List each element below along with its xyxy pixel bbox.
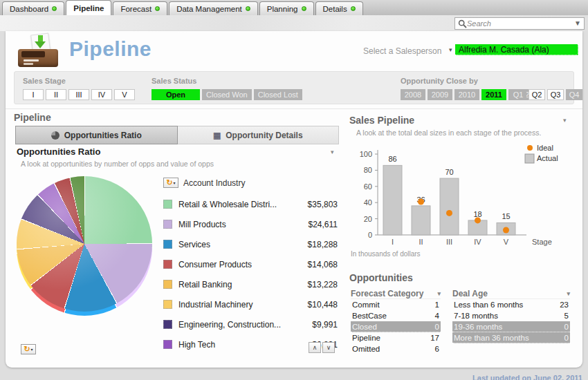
table-row[interactable]: Commit1	[351, 299, 441, 310]
filter-quarter-q2[interactable]: Q2	[529, 89, 545, 100]
search-dropdown-icon[interactable]: ▼	[574, 20, 581, 27]
pie-chart-icon	[51, 131, 59, 140]
legend-item[interactable]: Mill Products$24,611	[163, 214, 338, 234]
salesperson-selected-value[interactable]: Alfredia M. Casada (Ala)	[455, 44, 578, 55]
panel-menu-caret-icon[interactable]: ▾	[563, 117, 567, 124]
legend-label: Mill Products	[178, 220, 295, 229]
table-row[interactable]: Omitted6	[351, 343, 441, 354]
status-dot-icon	[351, 6, 356, 11]
table-row[interactable]: 7-18 months5	[452, 310, 570, 321]
legend-item[interactable]: Industrial Machinery$10,448	[163, 294, 338, 314]
salesperson-dropdown-icon[interactable]: ▾	[449, 46, 452, 53]
legend-item[interactable]: Engineering, Construction...$9,991	[163, 314, 338, 334]
filter-status-closed-won[interactable]: Closed Won	[202, 89, 252, 100]
tab-planning[interactable]: Planning	[259, 1, 314, 15]
legend-item[interactable]: Services$18,288	[163, 234, 338, 254]
bar-II[interactable]	[412, 206, 430, 235]
ideal-dot-III	[446, 210, 452, 216]
panel-menu-caret-icon[interactable]: ▾	[331, 149, 334, 155]
table-row[interactable]: More than 36 months0	[452, 332, 570, 343]
deal-age-header[interactable]: Deal Age ▾	[452, 288, 570, 299]
filter-stage-1[interactable]: I	[23, 89, 44, 100]
legend-label: Retail Banking	[178, 280, 295, 289]
sales-stage-group: I II III IV V	[23, 89, 135, 100]
logo-arrow-head	[35, 41, 46, 48]
filter-stage-5[interactable]: V	[114, 89, 135, 100]
legend-item[interactable]: Consumer Products$14,068	[163, 254, 338, 274]
filter-year-2010[interactable]: 2010	[454, 89, 479, 100]
bar-I[interactable]	[383, 165, 402, 235]
bar-chart-container[interactable]: 02040608010086I36II70III18IV15VStageIdea…	[348, 139, 578, 254]
legend-actual-icon	[525, 154, 534, 163]
filter-year-2008[interactable]: 2008	[401, 89, 425, 100]
row-label: Omitted	[352, 345, 380, 353]
legend-swatch	[163, 320, 172, 329]
table-row[interactable]: Less than 6 months23	[452, 299, 570, 310]
filter-year-2009[interactable]: 2009	[428, 89, 452, 100]
legend-item[interactable]: Retail Banking$13,228	[163, 274, 338, 294]
search-input[interactable]	[467, 19, 574, 28]
cycle-dimension-button[interactable]: ↻ ▾	[21, 344, 36, 354]
forecast-category-header[interactable]: Forecast Category ▾	[351, 288, 441, 299]
bar-III[interactable]	[440, 178, 459, 235]
filter-stage-2[interactable]: II	[46, 89, 66, 100]
pie-chart[interactable]	[17, 176, 152, 312]
cycle-dimension-button[interactable]: ↻ ▾	[163, 178, 178, 188]
filter-quarter-q3[interactable]: Q3	[547, 89, 564, 100]
status-dot-icon	[52, 6, 57, 11]
tab-dashboard[interactable]: Dashboard	[2, 1, 64, 15]
svg-text:18: 18	[473, 210, 481, 218]
scroll-up-button[interactable]: ∧	[309, 342, 321, 353]
bottom-cycle-container: ↻ ▾	[21, 342, 36, 354]
row-value: 6	[435, 345, 439, 353]
table-row[interactable]: 19-36 months0	[452, 321, 570, 332]
status-dot-icon	[302, 6, 306, 11]
legend-swatch	[163, 220, 172, 229]
legend-label: Services	[178, 240, 295, 249]
search-icon	[458, 19, 467, 28]
cycle-icon: ↻	[24, 345, 30, 353]
row-label: 7-18 months	[454, 312, 498, 320]
legend-item[interactable]: Retail & Wholesale Distri...$35,803	[163, 194, 338, 214]
legend-dimension-label: Account Industry	[183, 178, 245, 188]
ideal-dot-V	[503, 227, 509, 233]
opportunities-title: Opportunities	[349, 272, 413, 283]
tab-details[interactable]: Details	[315, 1, 363, 15]
tab-data-management[interactable]: Data Management	[169, 1, 258, 15]
cycle-caret-icon: ▾	[174, 180, 176, 185]
legend-label: Engineering, Construction...	[178, 320, 295, 330]
pie-legend: Retail & Wholesale Distri...$35,803Mill …	[163, 194, 338, 354]
logo-tray-opening	[21, 51, 45, 57]
filter-year-2011[interactable]: 2011	[481, 89, 506, 100]
opportunities-ratio-subtitle: A look at opportunities by number of opp…	[21, 160, 214, 168]
column-header-label: Forecast Category	[351, 289, 423, 298]
filter-status-closed-lost[interactable]: Closed Lost	[254, 89, 302, 100]
view-tab-opportunities-ratio[interactable]: Opportunities Ratio	[15, 126, 178, 144]
row-value: 0	[564, 323, 569, 331]
table-row[interactable]: Pipeline17	[351, 332, 441, 343]
row-value: 4	[435, 312, 439, 320]
row-label: Closed	[352, 323, 377, 331]
pie-chart-container	[17, 176, 154, 317]
scroll-down-button[interactable]: ∨	[322, 342, 335, 353]
svg-text:60: 60	[364, 182, 372, 191]
filter-stage-4[interactable]: IV	[91, 89, 112, 100]
sort-caret-icon: ▾	[567, 290, 570, 297]
tab-label: Dashboard	[10, 5, 48, 13]
view-tab-opportunity-details[interactable]: ▦ Opportunity Details	[178, 126, 340, 144]
sales-status-group: Open Closed Won Closed Lost	[151, 89, 302, 100]
filter-quarter-q4[interactable]: Q4	[566, 89, 582, 100]
filter-stage-3[interactable]: III	[68, 89, 89, 100]
filter-status-open[interactable]: Open	[151, 89, 200, 100]
legend-swatch	[163, 280, 172, 289]
filter-quarter-q1[interactable]: Q1	[510, 89, 526, 100]
tab-forecast[interactable]: Forecast	[113, 1, 167, 15]
table-row[interactable]: Closed0	[351, 321, 441, 332]
tab-pipeline[interactable]: Pipeline	[66, 0, 111, 15]
row-label: Pipeline	[352, 334, 380, 342]
svg-text:I: I	[392, 238, 394, 246]
table-row[interactable]: BestCase4	[351, 310, 441, 321]
legend-swatch	[163, 200, 172, 209]
search-box[interactable]: ▼	[454, 17, 585, 30]
svg-text:0: 0	[368, 231, 372, 239]
